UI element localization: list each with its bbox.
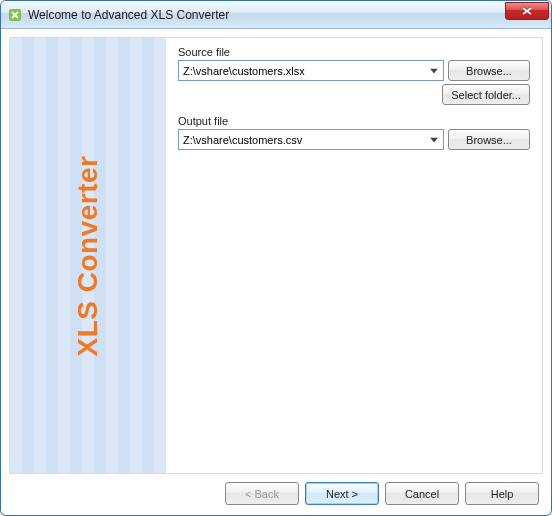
chevron-down-icon[interactable] bbox=[427, 132, 441, 147]
side-banner: XLS Converter bbox=[10, 38, 166, 473]
chevron-down-icon[interactable] bbox=[427, 63, 441, 78]
titlebar[interactable]: Welcome to Advanced XLS Converter bbox=[1, 1, 551, 29]
wizard-window: Welcome to Advanced XLS Converter XLS Co… bbox=[0, 0, 552, 516]
close-button[interactable] bbox=[505, 2, 549, 20]
main-panel: XLS Converter Source file Z:\vshare\cust… bbox=[9, 37, 543, 474]
output-file-label: Output file bbox=[178, 115, 530, 127]
cancel-button[interactable]: Cancel bbox=[385, 482, 459, 505]
next-button[interactable]: Next > bbox=[305, 482, 379, 505]
select-folder-button[interactable]: Select folder... bbox=[442, 84, 530, 105]
window-title: Welcome to Advanced XLS Converter bbox=[28, 8, 229, 22]
help-button[interactable]: Help bbox=[465, 482, 539, 505]
output-file-group: Output file Z:\vshare\customers.csv Brow… bbox=[178, 115, 530, 150]
source-file-value: Z:\vshare\customers.xlsx bbox=[183, 65, 305, 77]
output-browse-button[interactable]: Browse... bbox=[448, 129, 530, 150]
output-file-combo[interactable]: Z:\vshare\customers.csv bbox=[178, 129, 444, 150]
content-area: Source file Z:\vshare\customers.xlsx Bro… bbox=[166, 38, 542, 473]
back-button: < Back bbox=[225, 482, 299, 505]
source-file-label: Source file bbox=[178, 46, 530, 58]
app-icon bbox=[7, 7, 23, 23]
banner-text: XLS Converter bbox=[72, 155, 104, 356]
client-area: XLS Converter Source file Z:\vshare\cust… bbox=[1, 29, 551, 515]
close-icon bbox=[522, 7, 532, 15]
source-file-group: Source file Z:\vshare\customers.xlsx Bro… bbox=[178, 46, 530, 105]
source-file-combo[interactable]: Z:\vshare\customers.xlsx bbox=[178, 60, 444, 81]
source-browse-button[interactable]: Browse... bbox=[448, 60, 530, 81]
output-file-value: Z:\vshare\customers.csv bbox=[183, 134, 302, 146]
wizard-footer: < Back Next > Cancel Help bbox=[9, 474, 543, 507]
